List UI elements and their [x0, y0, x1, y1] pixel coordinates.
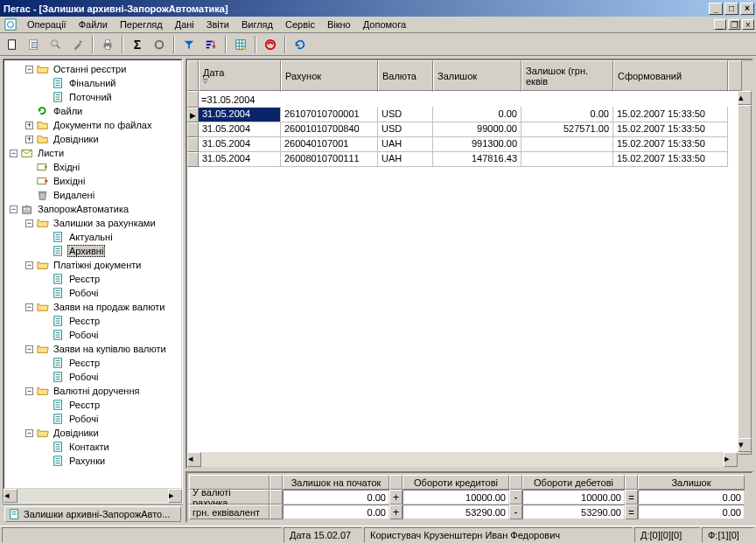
tree-item[interactable]: −Листи	[6, 146, 179, 160]
table-row[interactable]: 31.05.200426001010700840USD99000.0052757…	[187, 122, 752, 137]
tree-item[interactable]: Робочі	[6, 286, 179, 300]
tool-refresh-icon[interactable]	[290, 35, 310, 54]
col-formed[interactable]: Сформований	[613, 60, 728, 91]
scroll-left-icon[interactable]: ◂	[187, 452, 201, 467]
tree-toggle-icon[interactable]: −	[25, 345, 33, 353]
col-balance-eq[interactable]: Залишок (грн. еквів	[522, 60, 613, 91]
scroll-down-icon[interactable]: ▾	[738, 438, 752, 452]
mdi-minimize-button[interactable]: _	[714, 19, 726, 30]
tree-item[interactable]: Актуальні	[6, 230, 179, 244]
tree-label: Робочі	[67, 414, 100, 424]
scroll-right-icon[interactable]: ▸	[724, 452, 738, 467]
tree-item[interactable]: Вхідні	[6, 160, 179, 174]
menu-window[interactable]: Вікно	[321, 17, 357, 31]
tool-sum-icon[interactable]: Σ	[128, 35, 147, 54]
tree-item[interactable]: −Заяви на продаж валюти	[6, 300, 179, 314]
grid-vscroll[interactable]: ▴ ▾	[738, 91, 752, 452]
minimize-button[interactable]: _	[709, 3, 723, 15]
tree-hscroll[interactable]: ◂ ▸	[4, 489, 182, 503]
tree-item[interactable]: +Документи по файлах	[6, 118, 179, 132]
tree-toggle-icon[interactable]: −	[10, 150, 18, 157]
tree-toggle-icon[interactable]: +	[25, 136, 33, 143]
col-date[interactable]: Дата▽	[199, 60, 281, 91]
scroll-right-icon[interactable]: ▸	[168, 489, 182, 503]
menu-operations[interactable]: Операції	[21, 17, 73, 31]
menu-help[interactable]: Допомога	[357, 17, 412, 31]
tree-toggle-icon[interactable]: −	[25, 219, 33, 227]
col-currency[interactable]: Валюта	[378, 60, 433, 91]
tree-toggle-icon[interactable]: −	[25, 66, 33, 73]
tree-item[interactable]: Рахунки	[6, 454, 179, 468]
tree-item[interactable]: −Валютні доручення	[6, 384, 179, 398]
menu-view[interactable]: Перегляд	[114, 17, 169, 31]
table-row[interactable]: ▶31.05.200426107010700001USD0.000.0015.0…	[187, 108, 752, 122]
tree-item[interactable]: −ЗапорожАвтоматика	[6, 202, 179, 216]
tree-toggle-icon[interactable]: +	[25, 122, 33, 129]
tree-label: Залишки за рахунками	[52, 218, 158, 228]
tree-item[interactable]: Контакти	[6, 440, 179, 454]
tree-toggle-icon[interactable]: −	[25, 261, 33, 269]
tab-active[interactable]: Залишки архивні-ЗапорожАвто...	[4, 506, 181, 522]
tree-toggle-icon[interactable]: −	[25, 387, 33, 395]
table-row[interactable]: 31.05.2004260040107001UAH991300.0015.02.…	[187, 137, 752, 152]
menu-appearance[interactable]: Вигляд	[235, 17, 279, 31]
tree-item[interactable]: Файли	[6, 104, 179, 118]
tool-new-icon[interactable]	[3, 35, 22, 54]
tree-item[interactable]: Реєстр	[6, 272, 179, 286]
scroll-thumb[interactable]	[738, 105, 752, 455]
maximize-button[interactable]: □	[724, 3, 738, 15]
tree-item[interactable]: Робочі	[6, 412, 179, 426]
tree-toggle-icon[interactable]: −	[25, 429, 33, 437]
col-account[interactable]: Рахунок	[281, 60, 378, 91]
tree-item[interactable]: −Довідники	[6, 426, 179, 440]
svg-rect-14	[206, 46, 210, 48]
cell-formed: 15.02.2007 15:33:50	[613, 152, 728, 167]
grid-hscroll[interactable]: ◂ ▸	[187, 452, 752, 467]
scroll-up-icon[interactable]: ▴	[738, 91, 752, 105]
tree-item[interactable]: −Залишки за рахунками	[6, 216, 179, 230]
mdi-restore-button[interactable]: ❐	[728, 19, 740, 30]
tree-item[interactable]: Поточний	[6, 90, 179, 104]
tree-item[interactable]: Реєстр	[6, 398, 179, 412]
tree-item[interactable]: −Останні реєстри	[6, 62, 179, 76]
mdi-close-button[interactable]: ×	[742, 19, 754, 30]
tree-label: Поточний	[67, 92, 114, 102]
tree-toggle-icon[interactable]: −	[25, 303, 33, 311]
tree-view[interactable]: −Останні реєстриФінальнийПоточнийФайли+Д…	[4, 59, 182, 489]
tree-item[interactable]: −Заяви на купівлю валюти	[6, 342, 179, 356]
close-button[interactable]: ×	[740, 3, 754, 15]
menu-files[interactable]: Файли	[73, 17, 114, 31]
tree-item[interactable]: Вихідні	[6, 174, 179, 188]
tree-item[interactable]: −Платіжні документи	[6, 258, 179, 272]
scroll-left-icon[interactable]: ◂	[4, 489, 18, 503]
filter-formed-input[interactable]	[613, 92, 739, 107]
tool-find-icon[interactable]	[46, 35, 66, 54]
menu-reports[interactable]: Звіти	[200, 17, 235, 31]
tool-circle-icon[interactable]	[150, 35, 169, 54]
tree-item[interactable]: Робочі	[6, 328, 179, 342]
tool-sort-icon[interactable]	[201, 35, 220, 54]
svg-rect-13	[206, 44, 211, 45]
table-row[interactable]: 31.05.200426008010700111UAH147816.4315.0…	[187, 152, 752, 167]
tree-toggle-icon[interactable]: −	[10, 205, 18, 213]
cell-currency: UAH	[378, 152, 433, 167]
tree-item[interactable]: Реєстр	[6, 356, 179, 370]
tree-item[interactable]: Видалені	[6, 188, 179, 202]
tool-print-icon[interactable]	[98, 35, 117, 54]
tree-item[interactable]: Фінальний	[6, 76, 179, 90]
menu-service[interactable]: Сервіс	[279, 17, 321, 31]
svg-rect-35	[24, 208, 26, 210]
tool-grid-icon[interactable]	[231, 35, 250, 54]
tool-config-icon[interactable]	[68, 35, 88, 54]
menu-data[interactable]: Дані	[169, 17, 200, 31]
col-balance[interactable]: Залишок	[433, 60, 522, 91]
tool-view-icon[interactable]	[24, 35, 44, 54]
tree-item[interactable]: Архивні	[6, 244, 179, 258]
cell-balance-eq	[522, 137, 613, 152]
tool-filter-icon[interactable]	[179, 35, 199, 54]
tree-item[interactable]: Реєстр	[6, 314, 179, 328]
tree-item[interactable]: +Довідники	[6, 132, 179, 146]
doc-icon	[52, 371, 66, 383]
tool-stop-icon[interactable]	[261, 35, 280, 54]
tree-item[interactable]: Робочі	[6, 370, 179, 384]
